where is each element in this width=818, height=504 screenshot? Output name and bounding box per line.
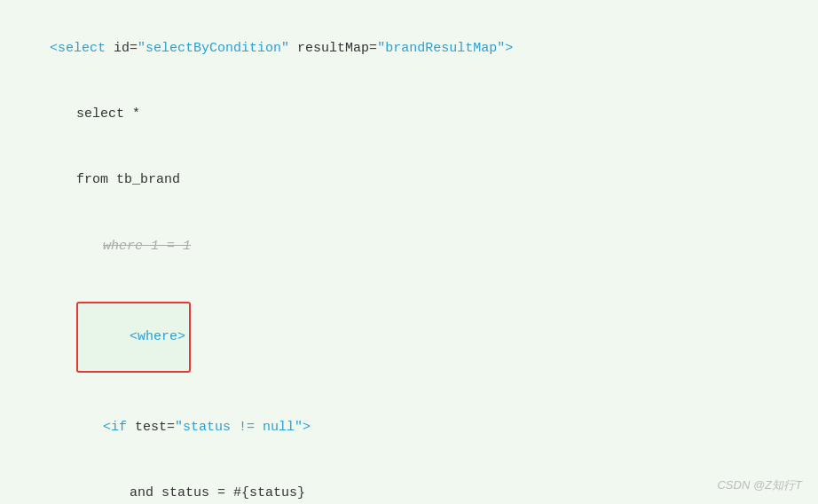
where-tag-open: <where> xyxy=(76,302,191,373)
watermark: CSDN @Z知行T xyxy=(717,477,802,493)
code-container: <select id="selectByCondition" resultMap… xyxy=(0,0,818,504)
code-line-1: <select id="selectByCondition" resultMap… xyxy=(18,16,800,82)
tag-select: select xyxy=(58,41,106,56)
code-line-7: and status = #{status} xyxy=(18,461,800,504)
code-line-4: where 1 = 1 xyxy=(18,214,800,280)
tag-open: < xyxy=(50,41,58,56)
code-line-3: from tb_brand xyxy=(18,148,800,214)
code-line-5: <where> xyxy=(18,280,800,395)
code-line-6: <if test="status != null"> xyxy=(18,395,800,461)
code-line-2: select * xyxy=(18,82,800,147)
